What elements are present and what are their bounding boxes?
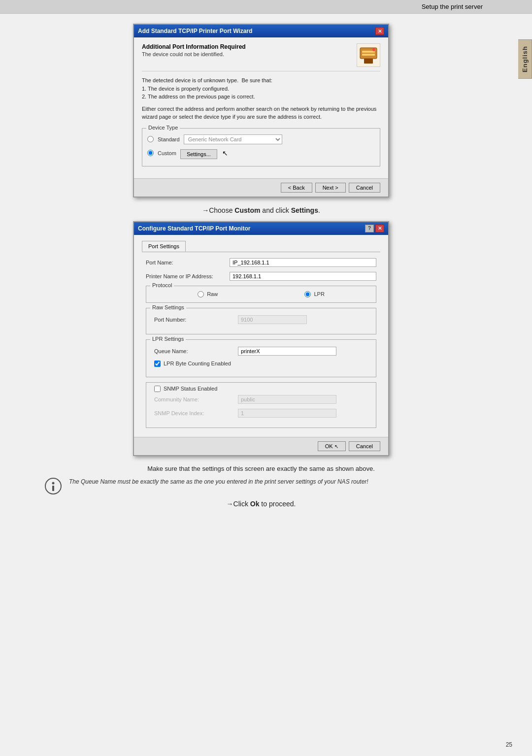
lpr-radio-label: LPR	[314, 291, 324, 297]
snmp-device-index-row: SNMP Device Index:	[154, 409, 368, 418]
dialog1-header-title: Additional Port Information Required	[142, 43, 246, 50]
snmp-section: SNMP Status Enabled Community Name: SNMP…	[146, 382, 376, 428]
svg-point-4	[372, 48, 375, 51]
raw-radio-label: Raw	[207, 291, 218, 297]
tab-port-settings[interactable]: Port Settings	[142, 241, 186, 252]
top-bar: Setup the print server	[0, 0, 532, 14]
port-number-row: Port Number:	[154, 315, 368, 324]
raw-settings-legend: Raw Settings	[150, 304, 186, 310]
ok-cursor: ↖	[334, 444, 338, 449]
instruction1-before: →Choose	[202, 206, 234, 214]
instruction1-middle: and click	[260, 206, 291, 214]
standard-radio[interactable]	[147, 136, 154, 142]
protocol-group: Protocol Raw LPR	[146, 286, 376, 303]
protocol-legend: Protocol	[150, 282, 174, 288]
dialog1-info-text2: Either correct the address and perform a…	[142, 105, 380, 121]
note-box: The Queue Name must be exactly the same …	[44, 477, 478, 495]
instruction1-after: .	[318, 206, 320, 214]
dialog1-header-subtitle: The device could not be identified.	[142, 51, 246, 57]
svg-point-6	[52, 482, 55, 484]
protocol-row: Raw LPR	[154, 289, 368, 297]
dialog1-close-button[interactable]: ✕	[375, 27, 384, 35]
dialog1-footer: < Back Next > Cancel	[134, 178, 388, 197]
ok-button[interactable]: OK ↖	[318, 441, 346, 451]
note-icon	[44, 477, 62, 495]
settings-button[interactable]: Settings...	[180, 149, 217, 159]
tab-bar: Port Settings	[142, 241, 380, 252]
lpr-settings-group: LPR Settings Queue Name: LPR Byte Counti…	[146, 339, 376, 377]
dialog2-form: Port Name: Printer Name or IP Address: P…	[142, 252, 380, 428]
final-instruction: →Click Ok to proceed.	[30, 500, 493, 508]
community-name-row: Community Name:	[154, 395, 368, 404]
final-after: to proceed.	[259, 500, 296, 508]
dialog-add-port-wizard: Add Standard TCP/IP Printer Port Wizard …	[133, 24, 389, 197]
raw-radio[interactable]	[198, 291, 204, 297]
port-name-input[interactable]	[230, 258, 376, 267]
snmp-device-index-label: SNMP Device Index:	[154, 410, 238, 416]
final-before: →Click	[227, 500, 250, 508]
queue-name-input[interactable]	[238, 347, 336, 356]
dialog-configure-port: Configure Standard TCP/IP Port Monitor ?…	[133, 221, 389, 456]
instruction1-bold2: Settings	[291, 206, 318, 214]
instruction1: →Choose Custom and click Settings.	[30, 206, 493, 214]
dialog1-header-section: Additional Port Information Required The…	[142, 43, 380, 71]
community-name-label: Community Name:	[154, 396, 238, 402]
cursor-arrow: ↖	[222, 149, 228, 157]
snmp-status-row: SNMP Status Enabled	[154, 386, 368, 392]
printer-name-label: Printer Name or IP Address:	[146, 273, 230, 279]
dialog2-close-button[interactable]: ✕	[375, 225, 384, 232]
lpr-byte-counting-checkbox[interactable]	[154, 361, 161, 367]
top-bar-text: Setup the print server	[422, 3, 483, 10]
queue-name-row: Queue Name:	[154, 347, 368, 356]
note-text: The Queue Name must be exactly the same …	[69, 477, 368, 486]
svg-rect-2	[362, 54, 375, 56]
dialog2-titlebar: Configure Standard TCP/IP Port Monitor ?…	[134, 222, 388, 235]
custom-radio[interactable]	[147, 150, 154, 156]
dialog1-title: Add Standard TCP/IP Printer Port Wizard	[138, 28, 375, 34]
dialog1-icon	[357, 43, 380, 67]
community-name-input[interactable]	[238, 395, 336, 404]
dialog2-footer: OK ↖ Cancel	[134, 437, 388, 455]
final-bold: Ok	[250, 500, 260, 508]
snmp-status-label: SNMP Status Enabled	[164, 386, 217, 392]
svg-rect-7	[52, 486, 54, 491]
snmp-status-checkbox[interactable]	[154, 386, 161, 392]
page-container: Setup the print server English Add Stand…	[0, 0, 532, 756]
device-type-group: Device Type Standard Generic Network Car…	[142, 128, 380, 166]
svg-rect-1	[362, 51, 375, 53]
device-type-legend: Device Type	[146, 125, 180, 131]
page-number: 25	[506, 741, 512, 748]
lpr-radio[interactable]	[304, 291, 311, 297]
port-number-label: Port Number:	[154, 317, 238, 323]
dialog1-titlebar: Add Standard TCP/IP Printer Port Wizard …	[134, 25, 388, 37]
standard-dropdown[interactable]: Generic Network Card	[184, 134, 282, 144]
lpr-byte-counting-row: LPR Byte Counting Enabled	[154, 361, 368, 367]
back-button[interactable]: < Back	[281, 183, 312, 193]
custom-radio-row: Custom Settings... ↖	[147, 147, 375, 159]
queue-name-label: Queue Name:	[154, 348, 238, 354]
printer-name-row: Printer Name or IP Address:	[146, 272, 376, 281]
svg-rect-3	[364, 59, 373, 64]
dialog1-body: Additional Port Information Required The…	[134, 37, 388, 178]
dialog1-header-text: Additional Port Information Required The…	[142, 43, 246, 57]
cancel-button-1[interactable]: Cancel	[349, 183, 380, 193]
port-name-row: Port Name:	[146, 258, 376, 267]
snmp-device-index-input[interactable]	[238, 409, 336, 418]
printer-name-input[interactable]	[230, 272, 376, 281]
cancel-button-2[interactable]: Cancel	[349, 441, 380, 451]
dialog2-help-button[interactable]: ?	[365, 225, 374, 232]
raw-option: Raw	[198, 291, 218, 297]
lpr-option: LPR	[304, 291, 324, 297]
dialog2-body: Port Settings Port Name: Printer Name or…	[134, 235, 388, 437]
dialog2-title: Configure Standard TCP/IP Port Monitor	[138, 225, 365, 232]
port-number-input[interactable]	[238, 315, 307, 324]
standard-radio-label: Standard	[158, 136, 180, 142]
standard-radio-row: Standard Generic Network Card	[147, 134, 375, 144]
instruction1-bold1: Custom	[234, 206, 260, 214]
next-button[interactable]: Next >	[315, 183, 346, 193]
info-icon	[44, 477, 62, 495]
english-tab: English	[518, 39, 532, 79]
custom-radio-label: Custom	[158, 150, 176, 156]
lpr-byte-counting-label: LPR Byte Counting Enabled	[164, 361, 231, 366]
raw-settings-group: Raw Settings Port Number:	[146, 308, 376, 334]
